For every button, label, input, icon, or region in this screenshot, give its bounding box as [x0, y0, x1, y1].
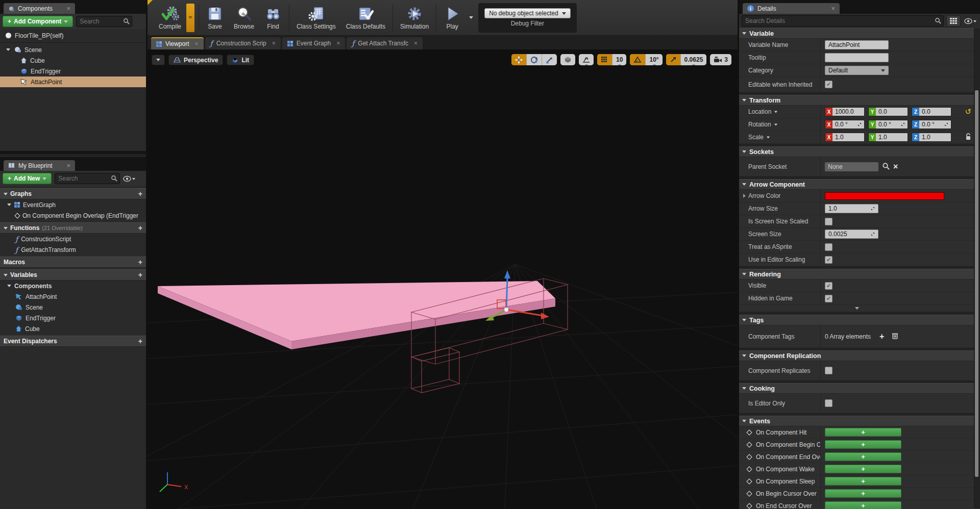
close-icon[interactable]: ×: [414, 40, 418, 47]
add-event-button[interactable]: +: [825, 477, 901, 486]
component-replicates-checkbox[interactable]: [825, 367, 832, 374]
move-tool-button[interactable]: [511, 54, 527, 65]
expand-arrow-icon[interactable]: [7, 203, 11, 206]
arrow-size-field[interactable]: 1.0: [825, 204, 878, 213]
expand-arrow-icon[interactable]: [743, 194, 746, 198]
socket-search-button[interactable]: [882, 162, 890, 171]
viewport-3d[interactable]: X Perspective Lit: [148, 50, 738, 509]
section-header-variable[interactable]: Variable: [739, 28, 974, 39]
scale-snap-value[interactable]: 0.0625: [681, 54, 707, 65]
gizmo-center[interactable]: [504, 308, 508, 312]
surface-snap-button[interactable]: [579, 54, 594, 65]
compile-button[interactable]: Compile: [154, 2, 186, 34]
category-dropdown[interactable]: Default: [825, 66, 889, 75]
eventgraph-row[interactable]: EventGraph: [0, 199, 146, 210]
browse-button[interactable]: Browse: [229, 2, 259, 34]
clear-array-button[interactable]: [892, 332, 898, 341]
begin-overlap-row[interactable]: On Component Begin Overlap (EndTrigger: [0, 210, 146, 221]
grid-snap-value[interactable]: 10: [612, 54, 626, 65]
section-header-events[interactable]: Events: [739, 416, 974, 426]
my-blueprint-search[interactable]: [55, 173, 120, 184]
editable-when-inherited-checkbox[interactable]: ✔: [825, 81, 832, 88]
details-search-input[interactable]: [745, 17, 932, 24]
section-header-cooking[interactable]: Cooking: [739, 383, 974, 394]
world-local-toggle-button[interactable]: [560, 54, 575, 65]
variable-scene-row[interactable]: Scene: [0, 302, 146, 313]
rotation-x-field[interactable]: X0.0 °: [825, 120, 865, 129]
variables-section-header[interactable]: Variables +: [0, 269, 146, 281]
tab-event-graph[interactable]: Event Graph ×: [282, 37, 345, 49]
reset-to-default-button[interactable]: ↺: [965, 107, 971, 116]
simulation-button[interactable]: Simulation: [395, 2, 434, 34]
section-header-component-replication[interactable]: Component Replication: [739, 350, 974, 361]
location-y-field[interactable]: Y0.0: [868, 107, 908, 116]
save-button[interactable]: Save: [201, 2, 229, 34]
tree-row-scene[interactable]: Scene: [0, 44, 146, 55]
details-scrollbar[interactable]: [974, 29, 979, 508]
is-screen-size-scaled-checkbox[interactable]: [825, 218, 832, 225]
components-search[interactable]: [76, 16, 132, 27]
add-new-button[interactable]: + Add New: [3, 173, 52, 184]
lock-scale-button[interactable]: [965, 133, 971, 142]
functions-section-header[interactable]: Functions (21 Overridable) +: [0, 222, 146, 234]
expand-arrow-icon[interactable]: [6, 48, 10, 51]
variable-endtrigger-row[interactable]: EndTrigger: [0, 313, 146, 323]
tree-row-attachpoint[interactable]: AttachPoint: [0, 77, 146, 87]
location-x-field[interactable]: X1000.0: [825, 107, 865, 116]
components-search-input[interactable]: [80, 18, 120, 25]
add-event-button[interactable]: +: [825, 489, 901, 498]
details-search[interactable]: [742, 15, 944, 27]
parent-socket-field[interactable]: None: [825, 162, 878, 171]
expand-arrow-icon[interactable]: [7, 285, 11, 287]
add-graph-button[interactable]: +: [138, 190, 142, 198]
graphs-section-header[interactable]: Graphs +: [0, 188, 146, 199]
add-function-button[interactable]: +: [138, 224, 142, 232]
scale-x-field[interactable]: X1.0: [825, 133, 865, 142]
gizmo-z-axis-arrow[interactable]: [506, 277, 507, 310]
my-blueprint-tab[interactable]: My Blueprint ×: [4, 160, 75, 171]
tree-row-self[interactable]: FloorTile_BP(self): [0, 30, 146, 41]
close-icon[interactable]: ×: [194, 40, 198, 47]
tree-row-endtrigger[interactable]: EndTrigger: [0, 66, 146, 77]
perspective-button[interactable]: Perspective: [168, 55, 223, 65]
add-event-button[interactable]: +: [825, 465, 901, 473]
section-header-tags[interactable]: Tags: [739, 315, 974, 325]
close-icon[interactable]: ×: [66, 5, 70, 12]
chevron-down-icon[interactable]: [767, 136, 770, 138]
chevron-down-icon[interactable]: [774, 123, 777, 125]
add-variable-button[interactable]: +: [138, 271, 142, 279]
close-icon[interactable]: ×: [66, 162, 70, 169]
rotation-snap-toggle-button[interactable]: [630, 54, 646, 65]
screen-size-field[interactable]: 0.0025: [825, 230, 878, 239]
close-icon[interactable]: ×: [272, 40, 276, 47]
tooltip-field[interactable]: [825, 53, 889, 62]
play-options-dropdown[interactable]: [469, 16, 473, 19]
debug-object-dropdown[interactable]: No debug object selected: [484, 8, 570, 18]
macros-section-header[interactable]: Macros +: [0, 257, 146, 268]
get-attach-transform-row[interactable]: ƒ GetAttachTransform: [0, 244, 146, 255]
location-z-field[interactable]: Z0.0: [912, 107, 951, 116]
rotation-y-field[interactable]: Y0.0 °: [868, 120, 908, 129]
tab-viewport[interactable]: Viewport ×: [151, 37, 204, 49]
camera-speed-button[interactable]: 3: [710, 54, 731, 65]
section-header-rendering[interactable]: Rendering: [739, 269, 974, 279]
my-blueprint-search-input[interactable]: [58, 175, 108, 182]
scale-snap-toggle-button[interactable]: [666, 54, 681, 65]
add-component-button[interactable]: + Add Component: [3, 16, 73, 27]
use-in-editor-scaling-checkbox[interactable]: ✔: [825, 256, 832, 264]
details-tab[interactable]: i Details ×: [743, 3, 840, 14]
tree-row-cube[interactable]: Cube: [0, 55, 146, 66]
grid-snap-toggle-button[interactable]: [597, 54, 612, 65]
add-event-button[interactable]: +: [825, 440, 901, 449]
section-header-arrow-component[interactable]: Arrow Component: [739, 179, 974, 190]
chevron-down-icon[interactable]: [774, 111, 777, 113]
add-event-button[interactable]: +: [825, 428, 901, 437]
hidden-in-game-checkbox[interactable]: ✔: [825, 295, 832, 302]
close-icon[interactable]: ×: [336, 40, 340, 47]
tab-construction-script[interactable]: ƒ Construction Scrip ×: [205, 37, 281, 49]
compile-options-dropdown[interactable]: [186, 4, 194, 32]
scale-tool-button[interactable]: [542, 54, 557, 65]
section-header-transform[interactable]: Transform: [739, 95, 974, 106]
add-event-button[interactable]: +: [825, 501, 901, 509]
viewport-3d-scene[interactable]: X: [148, 50, 738, 509]
